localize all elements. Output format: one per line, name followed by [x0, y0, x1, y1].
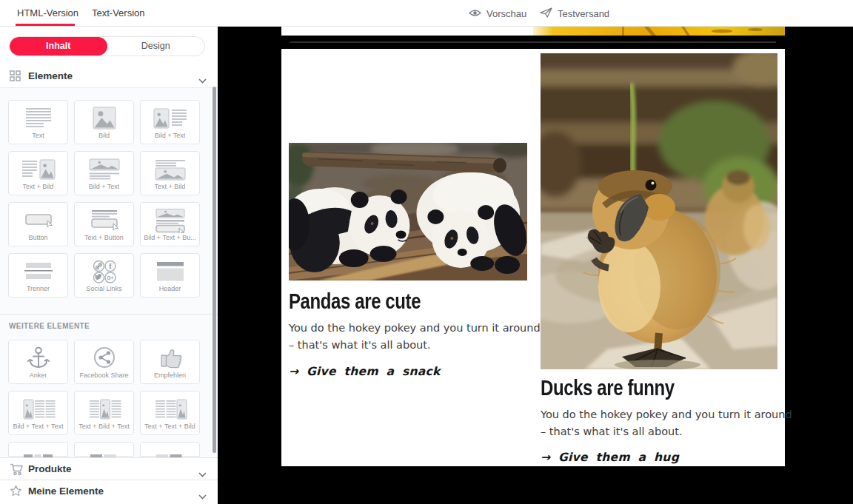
element-tile-text-bild-text[interactable]: Text + Bild + Text	[74, 391, 134, 435]
chevron-down-icon	[198, 467, 207, 480]
trenner-icon	[15, 259, 62, 284]
email-link-left[interactable]: → Give them a snack	[289, 365, 527, 378]
element-tile-bild[interactable]: Bild	[74, 100, 134, 144]
element-tile-trenner[interactable]: Trenner	[8, 253, 68, 298]
email-heading-left[interactable]: Pandas are cute	[289, 291, 480, 312]
active-tab-underline	[16, 24, 75, 26]
element-tile-bild-text-text[interactable]: Bild + Text + Text	[8, 391, 68, 435]
text-button-icon	[81, 208, 128, 233]
yellow-photo-strip	[533, 27, 785, 36]
sidebar-scrollbar[interactable]	[213, 87, 216, 453]
element-tile-text-button[interactable]: Text + Button	[74, 202, 134, 246]
email-body-left[interactable]: You do the hokey pokey and you turn it a…	[289, 320, 527, 354]
text-wideimage-icon	[147, 157, 194, 182]
email-body-right[interactable]: You do the hokey pokey and you turn it a…	[541, 406, 777, 440]
topbar: HTML-Version Text-Version Vorschau Testv…	[0, 0, 853, 27]
toggle-inhalt[interactable]: Inhalt	[10, 37, 107, 56]
element-tile-bild-text-bu[interactable]: Bild + Text + Bu...	[140, 202, 200, 246]
chevron-down-icon	[198, 73, 207, 87]
toggle-design[interactable]: Design	[107, 37, 205, 56]
grid-icon	[10, 70, 21, 84]
element-tile-text-bild[interactable]: Text + Bild	[8, 151, 68, 195]
email-heading-right[interactable]: Ducks are funny	[541, 377, 730, 398]
element-tile-label: Text + Text + Bild	[144, 423, 195, 430]
element-tile-label: Bild	[98, 132, 110, 139]
text-img-text-icon	[81, 397, 128, 422]
element-tile-facebook-share[interactable]: Facebook Share	[74, 340, 134, 384]
tab-text-version[interactable]: Text-Version	[92, 0, 145, 27]
element-tile-label: Facebook Share	[79, 372, 128, 379]
cols-a-icon	[15, 448, 62, 457]
divider-element[interactable]	[290, 41, 776, 43]
element-tile-label: Bild + Text + Bu...	[144, 234, 195, 241]
element-tile-label: Text + Bild + Text	[78, 423, 129, 430]
wideimage-text-icon	[81, 157, 128, 182]
image-text-icon	[147, 106, 194, 131]
element-tile-label: Bild + Text	[155, 132, 186, 139]
text-image-icon	[15, 157, 62, 182]
image-text-button-icon	[147, 208, 194, 233]
element-tile-label: Text + Bild	[23, 183, 54, 190]
element-tile-social-links[interactable]: f G+Social Links	[74, 253, 134, 298]
email-link-right[interactable]: → Give them a hug	[541, 451, 777, 464]
element-tile-text-text-bild[interactable]: Text + Text + Bild	[140, 391, 200, 435]
test-send-label: Testversand	[558, 8, 609, 19]
preview-label: Vorschau	[486, 8, 526, 19]
email-content-block[interactable]: Pandas are cute You do the hokey pokey a…	[281, 49, 785, 466]
fb-share-icon	[81, 346, 128, 371]
element-tile-label: Anker	[30, 372, 47, 379]
element-tile-label: Trenner	[27, 285, 50, 292]
element-tile-cols-c[interactable]	[140, 442, 200, 457]
element-tile-label: Header	[159, 285, 181, 292]
element-tile-label: Button	[28, 234, 47, 241]
partial-element-tiles	[8, 442, 200, 457]
element-tile-label: Bild + Text	[89, 183, 120, 190]
element-tile-anker[interactable]: Anker	[8, 340, 68, 384]
paper-plane-icon	[540, 7, 552, 20]
pandas-photo[interactable]	[289, 143, 527, 280]
preview-button[interactable]: Vorschau	[469, 0, 526, 27]
element-tile-cols-b[interactable]	[74, 442, 134, 457]
eye-icon	[469, 8, 481, 19]
svg-text:f: f	[108, 262, 112, 270]
element-tile-empfehlen[interactable]: Empfehlen	[140, 340, 200, 384]
element-tile-text-bild[interactable]: Text + Bild	[140, 151, 200, 195]
section-meine-elemente-label: Meine Elemente	[28, 485, 104, 497]
svg-text:G+: G+	[107, 275, 113, 280]
duckling-photo[interactable]	[541, 53, 777, 369]
tab-html-version[interactable]: HTML-Version	[17, 0, 78, 27]
element-tile-header[interactable]: Header	[140, 253, 200, 298]
element-tile-label: Empfehlen	[154, 372, 186, 379]
element-tile-bild-text[interactable]: Bild + Text	[140, 100, 200, 144]
section-meine-elemente[interactable]: Meine Elemente	[0, 480, 218, 504]
previous-block-bottom[interactable]	[281, 27, 785, 36]
anchor-icon	[15, 346, 62, 371]
email-column-left: Pandas are cute You do the hokey pokey a…	[289, 49, 527, 466]
element-tile-label: Text + Bild	[155, 183, 186, 190]
section-produkte[interactable]: Produkte	[0, 457, 218, 480]
sidebar: Inhalt Design Elemente Text Bild Bild + …	[0, 27, 218, 504]
element-tiles: Text Bild Bild + Text Text + Bild Bild +…	[8, 100, 200, 298]
cols-b-icon	[81, 448, 128, 457]
social-icon: f G+	[81, 259, 128, 284]
test-send-button[interactable]: Testversand	[540, 0, 609, 27]
element-tile-bild-text[interactable]: Bild + Text	[74, 151, 134, 195]
panel-separator	[0, 314, 218, 315]
editor-canvas: Pandas are cute You do the hokey pokey a…	[218, 27, 853, 504]
chevron-down-icon	[198, 489, 207, 503]
element-tile-cols-a[interactable]	[8, 442, 68, 457]
image-icon	[81, 106, 128, 131]
text-icon	[15, 106, 62, 131]
img-text-text-icon	[15, 397, 62, 422]
element-tile-label: Text + Button	[84, 234, 124, 241]
star-icon	[10, 485, 22, 500]
text-text-img-icon	[147, 397, 194, 422]
weitere-elemente-label: WEITERE ELEMENTE	[9, 322, 218, 330]
thumb-up-icon	[147, 346, 194, 371]
element-tile-label: Social Links	[86, 285, 121, 292]
section-elemente-label: Elemente	[28, 70, 73, 81]
section-produkte-label: Produkte	[28, 463, 72, 474]
element-tile-text[interactable]: Text	[8, 100, 68, 144]
section-elemente[interactable]: Elemente	[0, 65, 218, 87]
element-tile-button[interactable]: Button	[8, 202, 68, 246]
